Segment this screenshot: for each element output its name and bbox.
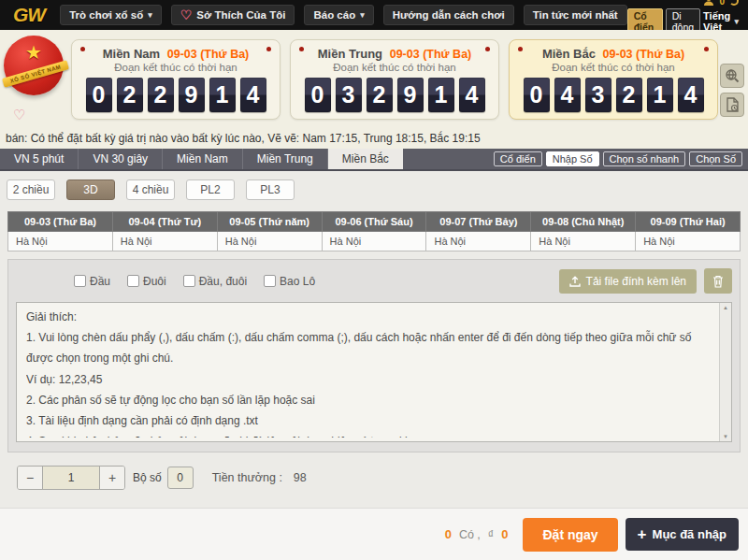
draw-date: 09-03 (Thứ Ba): [167, 48, 250, 61]
scroll-up-icon[interactable]: ▲: [723, 305, 728, 310]
menu-label: Báo cáo: [313, 9, 355, 21]
upload-icon: [569, 276, 581, 287]
game-tab-pl2[interactable]: PL2: [186, 179, 235, 200]
menu-how-to-play[interactable]: Hướng dẫn cách chơi: [383, 5, 514, 25]
schedule-city[interactable]: Hà Nội: [323, 232, 427, 251]
menu-label: Trò chơi xổ số: [69, 9, 143, 21]
instructions-text: Giải thích: 1. Vui lòng chèn dấu phẩy (,…: [26, 307, 716, 438]
clear-trash-button[interactable]: [704, 268, 732, 294]
vietnam-lottery-badge: ★ XỔ SỐ VIỆT NAM: [4, 36, 69, 114]
digit-tile: 1: [647, 78, 673, 112]
gw-logo[interactable]: GW: [13, 4, 45, 26]
entries-label: Mục đã nhập: [653, 527, 726, 541]
region-name: Miền Nam: [103, 47, 160, 61]
schedule-city[interactable]: Hà Nội: [113, 232, 218, 251]
schedule-date: 09-05 (Thứ năm): [218, 211, 323, 232]
decrease-button[interactable]: −: [18, 467, 42, 489]
reward-value: 98: [294, 471, 307, 484]
countdown-panel-mien-nam[interactable]: Miền Nam 09-03 (Thứ Ba) Đoạn kết thúc có…: [71, 39, 280, 120]
mode-chon-so-nhanh[interactable]: Chọn số nhanh: [603, 151, 686, 166]
schedule-city[interactable]: Hà Nội: [531, 232, 636, 251]
mode-nhap-so[interactable]: Nhập Số: [546, 151, 599, 166]
schedule-date: 09-04 (Thứ Tư): [113, 211, 218, 232]
checkbox-icon[interactable]: [183, 275, 195, 287]
scroll-down-icon[interactable]: ▼: [723, 434, 728, 439]
checkbox-icon[interactable]: [264, 275, 276, 287]
panel-subtitle: Đoạn kết thúc có thời hạn: [72, 62, 280, 73]
entered-items-button[interactable]: + Mục đã nhập: [626, 518, 739, 551]
digit-tile: 0: [86, 78, 112, 112]
panel-subtitle: Đoạn kết thúc có thời hạn: [510, 62, 717, 73]
digit-tile: 3: [585, 78, 611, 112]
menu-latest-news[interactable]: Tin tức mới nhất: [524, 5, 627, 25]
place-bet-button[interactable]: Đặt ngay: [523, 518, 617, 552]
tab-vn-5-phut[interactable]: VN 5 phút: [0, 149, 79, 169]
countdown-panels: Miền Nam 09-03 (Thứ Ba) Đoạn kết thúc có…: [71, 39, 718, 120]
mode-co-dien[interactable]: Cổ điển: [494, 151, 542, 166]
globe-search-icon[interactable]: [720, 64, 744, 88]
checkbox-icon[interactable]: [127, 275, 139, 287]
increase-button[interactable]: +: [100, 467, 124, 489]
menu-lottery-games[interactable]: Trò chơi xổ số ▾: [60, 5, 162, 25]
bet-option-checkboxes: Đầu Đuôi Đầu, đuôi Bao Lô: [74, 275, 315, 288]
schedule-city[interactable]: Hà Nội: [426, 232, 531, 251]
refresh-icon[interactable]: [729, 0, 739, 6]
file-history-icon[interactable]: [720, 93, 744, 117]
plus-icon: +: [638, 528, 647, 540]
digit-tile: 2: [616, 78, 642, 112]
user-icon[interactable]: [703, 0, 714, 7]
region-tabbar: VN 5 phút VN 30 giây Miền Nam Miền Trung…: [0, 149, 748, 171]
countdown-panel-mien-trung[interactable]: Miền Trung 09-03 (Thứ Ba) Đoạn kết thúc …: [290, 39, 499, 120]
schedule-city[interactable]: Hà Nội: [218, 232, 323, 251]
game-tab-4-chieu[interactable]: 4 chiều: [126, 179, 175, 200]
account-row: 0: [703, 0, 739, 7]
game-tab-2-chieu[interactable]: 2 chiều: [7, 179, 55, 200]
number-input-textarea[interactable]: Giải thích: 1. Vui lòng chèn dấu phẩy (,…: [16, 302, 732, 442]
region-name: Miền Trung: [318, 47, 382, 61]
schedule-date: 09-07 (Thứ Bảy): [426, 211, 531, 232]
lottery-betting-page: GW Trò chơi xổ số ▾ ♡ Sở Thích Của Tôi B…: [0, 0, 748, 560]
digit-tile: 9: [397, 78, 424, 112]
digit-tile: 0: [305, 78, 331, 112]
heart-icon[interactable]: ♡: [13, 107, 25, 123]
digit-tile: 3: [336, 78, 362, 112]
caret-down-icon: ▾: [734, 17, 739, 26]
checkbox-duoi[interactable]: Đuôi: [127, 275, 166, 288]
schedule-date: 09-03 (Thứ Ba): [7, 211, 113, 232]
tab-mien-trung[interactable]: Miền Trung: [243, 149, 328, 169]
tab-mien-nam[interactable]: Miền Nam: [163, 149, 243, 169]
countdown-panel-mien-bac[interactable]: Miền Bắc 09-03 (Thứ Ba) Đoạn kết thúc có…: [509, 39, 718, 120]
game-tab-pl3[interactable]: PL3: [246, 179, 295, 200]
schedule-city[interactable]: Hà Nội: [7, 232, 113, 251]
sets-count: 0: [167, 467, 194, 489]
checkbox-label: Bao Lô: [280, 275, 315, 288]
game-tab-3d[interactable]: 3D: [66, 179, 115, 200]
digit-tile: 0: [524, 78, 550, 112]
upload-label: Tải file đính kèm lên: [586, 275, 686, 288]
bet-options-row: Đầu Đuôi Đầu, đuôi Bao Lô: [16, 268, 732, 294]
tab-mien-bac[interactable]: Miền Bắc: [328, 149, 403, 169]
schedule-city[interactable]: Hà Nội: [636, 232, 741, 251]
upload-file-button[interactable]: Tải file đính kèm lên: [559, 269, 697, 294]
schedule-date: 09-09 (Thứ Hai): [636, 211, 741, 232]
digit-tile: 1: [428, 78, 454, 112]
sets-label: Bộ số: [133, 471, 162, 484]
mode-chon-so[interactable]: Chọn Số: [689, 151, 742, 166]
schedule-date: 09-06 (Thứ Sáu): [323, 211, 427, 232]
checkbox-icon[interactable]: [74, 275, 86, 287]
menu-reports[interactable]: Báo cáo ▾: [304, 5, 373, 25]
tab-vn-30-giay[interactable]: VN 30 giây: [79, 149, 163, 169]
checkbox-dau-duoi[interactable]: Đầu, đuôi: [183, 275, 247, 288]
menu-label: Hướng dẫn cách chơi: [393, 9, 505, 21]
side-tools: [720, 64, 744, 117]
textarea-scrollbar[interactable]: ▲ ▼: [719, 303, 731, 441]
checkbox-label: Đầu: [90, 275, 110, 288]
checkbox-dau[interactable]: Đầu: [74, 275, 110, 288]
multiplier-input[interactable]: [42, 467, 100, 489]
number-entry-panel: Đầu Đuôi Đầu, đuôi Bao Lô: [7, 259, 741, 452]
countdown-digits: 0 3 2 9 1 4: [291, 78, 498, 112]
countdown-digits: 0 4 3 2 1 4: [510, 78, 717, 112]
checkbox-bao-lo[interactable]: Bao Lô: [264, 275, 315, 288]
heart-icon: ♡: [180, 10, 193, 20]
menu-my-favorites[interactable]: ♡ Sở Thích Của Tôi: [171, 5, 295, 25]
